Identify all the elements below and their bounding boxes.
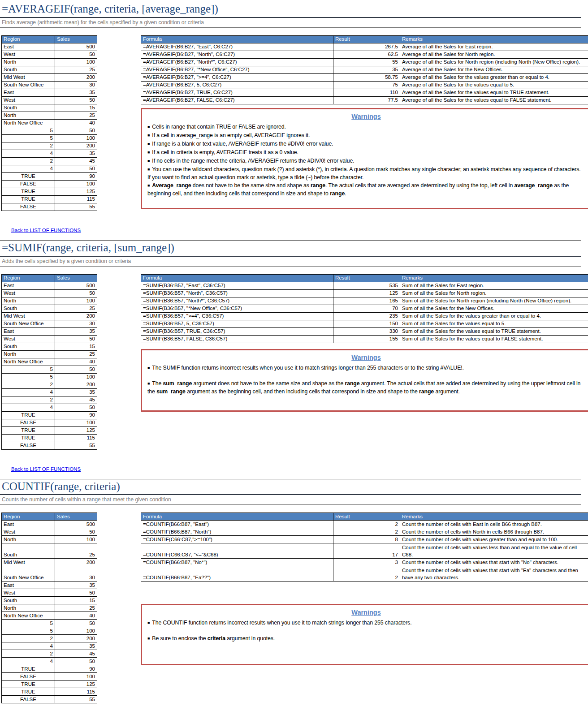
result-column-header: Result — [333, 274, 400, 282]
back-to-list-link[interactable]: Back to LIST OF FUNCTIONS — [11, 228, 81, 233]
table-header-row: FormulaResultRemarks — [141, 513, 588, 521]
section-content: RegionSalesEast500West50North100South25M… — [0, 274, 581, 450]
worksheet-page: =AVERAGEIF(range, criteria, [average_ran… — [0, 2, 588, 715]
formula-cell: =COUNTIF(C66:C87, "<="&C68) — [141, 543, 333, 559]
function-section-countif: COUNTIF(range, criteria)Counts the numbe… — [0, 479, 581, 715]
remarks-cell: Average of all the Sales for the values … — [400, 89, 588, 96]
bullet-square-icon: ■ — [147, 150, 150, 155]
table-row: Mid West200 — [2, 73, 97, 81]
table-row: =SUMIF(B36:B57, TRUE, C36:C57)330Sum of … — [141, 327, 588, 335]
table-row: 245 — [2, 650, 97, 658]
region-cell: North — [2, 58, 55, 66]
table-row: =COUNTIF(C66:C87,">=100")8Count the numb… — [141, 536, 588, 543]
table-row: TRUE115 — [2, 195, 97, 203]
result-cell: 110 — [333, 89, 400, 96]
region-cell: North New Office — [2, 119, 55, 127]
result-cell: 70 — [333, 305, 400, 312]
table-row: =AVERAGEIF(B6:B27, ">=4", C6:C27)58.75Av… — [141, 73, 588, 81]
region-cell: South — [2, 66, 55, 73]
region-cell: North — [2, 536, 55, 543]
table-row: 2200 — [2, 142, 97, 150]
region-cell: 5 — [2, 134, 55, 142]
warnings-box: Warnings■Cells in range that contain TRU… — [141, 108, 588, 209]
table-row: 435 — [2, 642, 97, 650]
sales-cell: 50 — [55, 528, 97, 536]
table-row: North100 — [2, 297, 97, 305]
table-row: North25 — [2, 112, 97, 119]
region-cell: 5 — [2, 127, 55, 134]
table-row: FALSE55 — [2, 442, 97, 449]
region-cell: South — [2, 104, 55, 112]
table-row: 550 — [2, 620, 97, 627]
formula-cell: =COUNTIF(B66:B87, "East") — [141, 521, 333, 528]
result-cell: 150 — [333, 320, 400, 327]
warning-item: ■If a cell in criteria is empty, AVERAGE… — [147, 149, 585, 157]
formula-column-header: Formula — [141, 513, 333, 521]
table-row: North New Office40 — [2, 612, 97, 620]
sales-cell: 50 — [55, 366, 97, 373]
table-row: FALSE100 — [2, 180, 97, 188]
region-column-header: Region — [2, 35, 55, 43]
bullet-square-icon: ■ — [147, 366, 150, 370]
region-cell: East — [2, 43, 55, 51]
formula-column-header: Formula — [141, 274, 333, 282]
sales-cell: 35 — [55, 327, 97, 335]
table-row: South25 — [2, 305, 97, 312]
table-row: TRUE115 — [2, 434, 97, 442]
bullet-square-icon: ■ — [147, 381, 150, 386]
region-cell: FALSE — [2, 696, 55, 703]
result-cell: 58.75 — [333, 73, 400, 81]
sales-cell: 40 — [55, 358, 97, 366]
result-cell: 8 — [333, 536, 400, 543]
table-row: 2200 — [2, 635, 97, 642]
formula-cell: =SUMIF(B36:B57, 5, C36:C57) — [141, 320, 333, 327]
region-cell: 4 — [2, 658, 55, 665]
region-cell: 2 — [2, 650, 55, 658]
sales-column-header: Sales — [55, 35, 97, 43]
remarks-cell: Sum of all the Sales for the values equa… — [400, 335, 588, 343]
region-cell: South — [2, 343, 55, 350]
formula-table: FormulaResultRemarks=COUNTIF(B66:B87, "E… — [141, 513, 588, 581]
remarks-cell: Average of all the Sales for the values … — [400, 81, 588, 89]
sales-cell: 30 — [55, 566, 97, 581]
result-cell: 17 — [333, 543, 400, 559]
sales-cell: 125 — [55, 681, 97, 688]
sales-column-header: Sales — [55, 513, 97, 521]
table-row: 550 — [2, 366, 97, 373]
sales-cell: 500 — [55, 43, 97, 51]
warning-item: ■Cells in range that contain TRUE or FAL… — [147, 123, 585, 131]
formula-cell: =SUMIF(B36:B57, FALSE, C36:C57) — [141, 335, 333, 343]
table-row: =SUMIF(B36:B57, "North*", C36:C57)165Sum… — [141, 297, 588, 305]
region-cell: TRUE — [2, 195, 55, 203]
sales-cell: 35 — [55, 388, 97, 396]
section-content: RegionSalesEast500West50North100South25M… — [0, 35, 581, 211]
region-sales-table: RegionSalesEast500West50North100South25M… — [1, 35, 97, 211]
back-to-list-link[interactable]: Back to LIST OF FUNCTIONS — [11, 466, 81, 472]
region-sales-table: RegionSalesEast500West50North100South25M… — [1, 274, 97, 450]
sales-cell: 50 — [55, 404, 97, 411]
bullet-square-icon: ■ — [147, 142, 150, 146]
region-cell: 4 — [2, 165, 55, 172]
table-row: =COUNTIF(B66:B87, "No*")3Count the numbe… — [141, 559, 588, 566]
warning-item: ■If a cell in average_range is an empty … — [147, 132, 585, 140]
remarks-cell: Count the number of cells with values le… — [400, 543, 588, 559]
sales-cell: 50 — [55, 96, 97, 104]
sales-cell: 200 — [55, 381, 97, 388]
table-row: East35 — [2, 89, 97, 96]
formula-cell: =AVERAGEIF(B6:B27, 5, C6:C27) — [141, 81, 333, 89]
warning-item: ■The SUMIF function returns incorrect re… — [147, 364, 585, 372]
sales-cell: 200 — [55, 559, 97, 566]
region-cell: West — [2, 289, 55, 297]
sales-cell: 25 — [55, 604, 97, 612]
region-cell: North — [2, 112, 55, 119]
remarks-column-header: Remarks — [400, 35, 588, 43]
formula-cell: =AVERAGEIF(B6:B27, "North", C6:C27) — [141, 51, 333, 58]
sales-cell: 200 — [55, 635, 97, 642]
result-column-header: Result — [333, 513, 400, 521]
table-header-row: FormulaResultRemarks — [141, 274, 588, 282]
remarks-cell: Sum of all the Sales for North region (i… — [400, 297, 588, 305]
result-cell: 35 — [333, 66, 400, 73]
sales-cell: 55 — [55, 696, 97, 703]
table-row: TRUE90 — [2, 665, 97, 673]
bullet-square-icon: ■ — [147, 183, 150, 188]
